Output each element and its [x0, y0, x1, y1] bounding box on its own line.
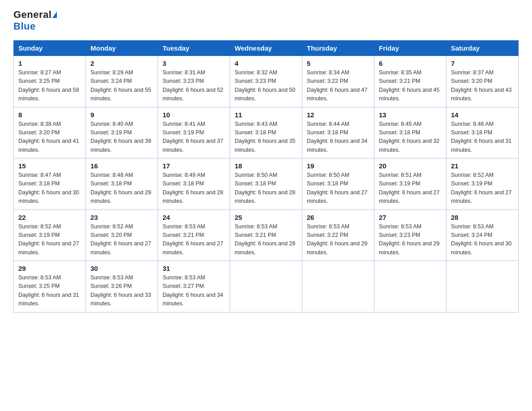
day-info: Sunrise: 8:29 AMSunset: 3:24 PMDaylight:… — [90, 69, 151, 102]
calendar-cell: 5Sunrise: 8:34 AMSunset: 3:22 PMDaylight… — [302, 56, 374, 107]
day-info: Sunrise: 8:40 AMSunset: 3:19 PMDaylight:… — [90, 121, 151, 153]
day-number: 28 — [451, 214, 514, 221]
day-number: 25 — [235, 214, 297, 221]
calendar-table: SundayMondayTuesdayWednesdayThursdayFrid… — [13, 40, 519, 313]
calendar-cell: 30Sunrise: 8:53 AMSunset: 3:26 PMDayligh… — [86, 261, 158, 313]
calendar-cell — [374, 261, 446, 313]
calendar-header: SundayMondayTuesdayWednesdayThursdayFrid… — [14, 41, 519, 56]
day-info: Sunrise: 8:52 AMSunset: 3:19 PMDaylight:… — [451, 172, 512, 204]
weekday-header-wednesday: Wednesday — [230, 41, 302, 56]
day-info: Sunrise: 8:53 AMSunset: 3:21 PMDaylight:… — [163, 223, 223, 256]
day-info: Sunrise: 8:45 AMSunset: 3:18 PMDaylight:… — [379, 121, 440, 153]
day-number: 5 — [307, 60, 369, 67]
day-info: Sunrise: 8:53 AMSunset: 3:27 PMDaylight:… — [163, 274, 223, 307]
calendar-cell: 10Sunrise: 8:41 AMSunset: 3:19 PMDayligh… — [158, 107, 230, 158]
calendar-body: 1Sunrise: 8:27 AMSunset: 3:25 PMDaylight… — [14, 56, 519, 313]
day-number: 15 — [18, 162, 81, 170]
weekday-header-monday: Monday — [86, 41, 158, 56]
page-header: General Blue — [13, 9, 519, 32]
day-number: 17 — [163, 162, 225, 170]
logo-general-text: General — [13, 9, 51, 20]
day-number: 2 — [90, 60, 153, 67]
day-info: Sunrise: 8:35 AMSunset: 3:21 PMDaylight:… — [379, 69, 440, 102]
day-number: 10 — [163, 111, 225, 119]
day-number: 6 — [379, 60, 442, 67]
weekday-header-sunday: Sunday — [14, 41, 86, 56]
calendar-cell: 19Sunrise: 8:50 AMSunset: 3:18 PMDayligh… — [302, 158, 374, 210]
calendar-cell: 7Sunrise: 8:37 AMSunset: 3:20 PMDaylight… — [446, 56, 519, 107]
day-number: 29 — [18, 265, 81, 272]
day-info: Sunrise: 8:53 AMSunset: 3:24 PMDaylight:… — [451, 223, 512, 256]
day-number: 21 — [451, 162, 514, 170]
calendar-cell: 31Sunrise: 8:53 AMSunset: 3:27 PMDayligh… — [158, 261, 230, 313]
weekday-header-thursday: Thursday — [302, 41, 374, 56]
day-number: 22 — [18, 214, 81, 221]
calendar-cell: 14Sunrise: 8:46 AMSunset: 3:18 PMDayligh… — [446, 107, 519, 158]
calendar-cell: 13Sunrise: 8:45 AMSunset: 3:18 PMDayligh… — [374, 107, 446, 158]
day-number: 16 — [90, 162, 153, 170]
calendar-cell: 6Sunrise: 8:35 AMSunset: 3:21 PMDaylight… — [374, 56, 446, 107]
day-number: 14 — [451, 111, 514, 119]
calendar-cell: 23Sunrise: 8:52 AMSunset: 3:20 PMDayligh… — [86, 210, 158, 261]
day-info: Sunrise: 8:53 AMSunset: 3:26 PMDaylight:… — [90, 274, 151, 307]
day-number: 8 — [18, 111, 81, 119]
week-row-4: 22Sunrise: 8:52 AMSunset: 3:19 PMDayligh… — [14, 210, 519, 261]
day-info: Sunrise: 8:46 AMSunset: 3:18 PMDaylight:… — [451, 121, 512, 153]
logo-blue-text: Blue — [13, 21, 36, 32]
logo-triangle-icon — [52, 12, 57, 18]
week-row-2: 8Sunrise: 8:38 AMSunset: 3:20 PMDaylight… — [14, 107, 519, 158]
calendar-cell: 28Sunrise: 8:53 AMSunset: 3:24 PMDayligh… — [446, 210, 519, 261]
day-info: Sunrise: 8:31 AMSunset: 3:23 PMDaylight:… — [163, 69, 223, 102]
day-info: Sunrise: 8:47 AMSunset: 3:18 PMDaylight:… — [18, 172, 79, 204]
day-number: 23 — [90, 214, 153, 221]
day-info: Sunrise: 8:51 AMSunset: 3:19 PMDaylight:… — [379, 172, 440, 204]
calendar-cell: 1Sunrise: 8:27 AMSunset: 3:25 PMDaylight… — [14, 56, 86, 107]
calendar-cell: 29Sunrise: 8:53 AMSunset: 3:25 PMDayligh… — [14, 261, 86, 313]
calendar-cell: 3Sunrise: 8:31 AMSunset: 3:23 PMDaylight… — [158, 56, 230, 107]
weekday-header-tuesday: Tuesday — [158, 41, 230, 56]
day-info: Sunrise: 8:43 AMSunset: 3:18 PMDaylight:… — [235, 121, 296, 153]
calendar-cell: 20Sunrise: 8:51 AMSunset: 3:19 PMDayligh… — [374, 158, 446, 210]
day-number: 26 — [307, 214, 369, 221]
day-info: Sunrise: 8:53 AMSunset: 3:25 PMDaylight:… — [18, 274, 79, 307]
calendar-cell: 21Sunrise: 8:52 AMSunset: 3:19 PMDayligh… — [446, 158, 519, 210]
calendar-cell: 27Sunrise: 8:53 AMSunset: 3:23 PMDayligh… — [374, 210, 446, 261]
day-info: Sunrise: 8:44 AMSunset: 3:18 PMDaylight:… — [307, 121, 368, 153]
calendar-cell: 11Sunrise: 8:43 AMSunset: 3:18 PMDayligh… — [230, 107, 302, 158]
calendar-cell: 17Sunrise: 8:49 AMSunset: 3:18 PMDayligh… — [158, 158, 230, 210]
calendar-cell: 9Sunrise: 8:40 AMSunset: 3:19 PMDaylight… — [86, 107, 158, 158]
calendar-cell: 8Sunrise: 8:38 AMSunset: 3:20 PMDaylight… — [14, 107, 86, 158]
calendar-cell: 25Sunrise: 8:53 AMSunset: 3:21 PMDayligh… — [230, 210, 302, 261]
day-number: 20 — [379, 162, 442, 170]
day-info: Sunrise: 8:49 AMSunset: 3:18 PMDaylight:… — [163, 172, 223, 204]
day-info: Sunrise: 8:52 AMSunset: 3:20 PMDaylight:… — [90, 223, 151, 256]
day-info: Sunrise: 8:38 AMSunset: 3:20 PMDaylight:… — [18, 121, 79, 153]
day-number: 31 — [163, 265, 225, 272]
day-number: 13 — [379, 111, 442, 119]
day-info: Sunrise: 8:32 AMSunset: 3:23 PMDaylight:… — [235, 69, 296, 102]
day-number: 1 — [18, 60, 81, 67]
day-info: Sunrise: 8:50 AMSunset: 3:18 PMDaylight:… — [307, 172, 368, 204]
week-row-1: 1Sunrise: 8:27 AMSunset: 3:25 PMDaylight… — [14, 56, 519, 107]
day-number: 3 — [163, 60, 225, 67]
calendar-cell: 18Sunrise: 8:50 AMSunset: 3:18 PMDayligh… — [230, 158, 302, 210]
calendar-cell: 15Sunrise: 8:47 AMSunset: 3:18 PMDayligh… — [14, 158, 86, 210]
calendar-cell — [302, 261, 374, 313]
day-number: 27 — [379, 214, 442, 221]
logo: General Blue — [13, 9, 57, 32]
day-number: 11 — [235, 111, 297, 119]
day-number: 19 — [307, 162, 369, 170]
day-number: 18 — [235, 162, 297, 170]
day-info: Sunrise: 8:53 AMSunset: 3:23 PMDaylight:… — [379, 223, 440, 256]
day-info: Sunrise: 8:37 AMSunset: 3:20 PMDaylight:… — [451, 69, 512, 102]
day-info: Sunrise: 8:53 AMSunset: 3:21 PMDaylight:… — [235, 223, 296, 256]
day-number: 7 — [451, 60, 514, 67]
calendar-cell: 4Sunrise: 8:32 AMSunset: 3:23 PMDaylight… — [230, 56, 302, 107]
week-row-3: 15Sunrise: 8:47 AMSunset: 3:18 PMDayligh… — [14, 158, 519, 210]
day-info: Sunrise: 8:53 AMSunset: 3:22 PMDaylight:… — [307, 223, 368, 256]
calendar-cell: 22Sunrise: 8:52 AMSunset: 3:19 PMDayligh… — [14, 210, 86, 261]
calendar-cell: 24Sunrise: 8:53 AMSunset: 3:21 PMDayligh… — [158, 210, 230, 261]
calendar-cell — [446, 261, 519, 313]
day-number: 4 — [235, 60, 297, 67]
weekday-header-saturday: Saturday — [446, 41, 519, 56]
